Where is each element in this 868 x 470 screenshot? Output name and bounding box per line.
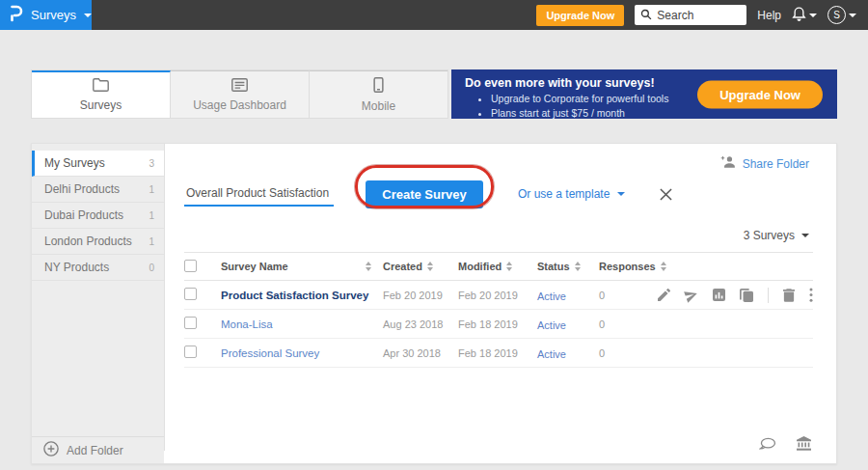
search-icon bbox=[640, 7, 652, 24]
responses-count: 0 bbox=[585, 290, 655, 301]
status-link[interactable]: Active bbox=[537, 319, 566, 331]
copy-icon[interactable] bbox=[740, 289, 753, 302]
surveys-main: Share Folder Create Survey Or use a temp… bbox=[165, 144, 836, 463]
brand-menu[interactable]: Surveys bbox=[0, 0, 92, 30]
folder-label: London Products bbox=[44, 235, 149, 248]
folder-count: 1 bbox=[149, 210, 154, 221]
add-folder-label: Add Folder bbox=[67, 444, 123, 457]
column-header-responses[interactable]: Responses bbox=[599, 261, 656, 272]
upgrade-now-banner-button[interactable]: Upgrade Now bbox=[697, 80, 823, 108]
sort-icon[interactable] bbox=[575, 262, 581, 271]
table-row: Product Satisfaction Survey Feb 20 2019 … bbox=[184, 281, 813, 310]
row-checkbox[interactable] bbox=[184, 346, 197, 358]
created-date: Feb 20 2019 bbox=[383, 290, 458, 301]
top-bar: Surveys Upgrade Now Help S bbox=[0, 0, 868, 30]
row-checkbox[interactable] bbox=[184, 288, 197, 300]
column-header-survey-name[interactable]: Survey Name bbox=[221, 261, 288, 272]
plus-circle-icon bbox=[43, 441, 59, 459]
app-logo-icon bbox=[10, 5, 23, 26]
table-row: Mona-Lisa Aug 23 2018 Feb 18 2019 Active… bbox=[184, 310, 813, 339]
help-link[interactable]: Help bbox=[757, 9, 781, 22]
tab-usage-dashboard[interactable]: Usage Dashboard bbox=[171, 70, 310, 118]
chevron-down-icon bbox=[849, 14, 856, 17]
sort-icon[interactable] bbox=[427, 262, 433, 271]
table-header-row: Survey Name Created Modified Status Resp… bbox=[184, 252, 813, 281]
column-header-status[interactable]: Status bbox=[537, 261, 570, 272]
chevron-down-icon bbox=[84, 14, 92, 17]
account-menu[interactable]: S bbox=[827, 6, 856, 24]
more-options-icon[interactable] bbox=[809, 288, 813, 302]
chevron-down-icon bbox=[801, 234, 809, 237]
feedback-bubble-icon[interactable] bbox=[759, 437, 776, 451]
status-link[interactable]: Active bbox=[537, 348, 566, 360]
folder-icon bbox=[93, 78, 109, 95]
search-input[interactable] bbox=[657, 9, 741, 22]
folders-sidebar: My Surveys 3 Delhi Products 1 Dubai Prod… bbox=[32, 144, 165, 451]
folder-count: 3 bbox=[149, 158, 154, 169]
create-survey-row: Create Survey Or use a template bbox=[184, 173, 817, 215]
close-create-button[interactable] bbox=[660, 188, 672, 201]
surveys-count-dropdown[interactable]: 3 Surveys bbox=[744, 229, 809, 242]
tab-label: Surveys bbox=[80, 98, 122, 112]
add-folder-button[interactable]: Add Folder bbox=[32, 436, 164, 463]
folder-count: 1 bbox=[149, 184, 154, 195]
responses-count: 0 bbox=[585, 347, 655, 359]
select-all-checkbox[interactable] bbox=[184, 260, 197, 272]
sidebar-item-london-products[interactable]: London Products 1 bbox=[32, 229, 164, 255]
topbar-actions: Upgrade Now Help S bbox=[536, 5, 868, 26]
add-person-icon bbox=[719, 155, 736, 172]
surveys-panel: My Surveys 3 Delhi Products 1 Dubai Prod… bbox=[31, 143, 837, 464]
share-folder-link[interactable]: Share Folder bbox=[719, 155, 809, 172]
sort-icon[interactable] bbox=[506, 262, 512, 271]
responses-count: 0 bbox=[585, 318, 655, 330]
folder-label: Delhi Products bbox=[44, 182, 149, 196]
modified-date: Feb 20 2019 bbox=[458, 290, 537, 301]
distribute-send-icon[interactable] bbox=[685, 289, 698, 302]
brand-label: Surveys bbox=[31, 8, 76, 22]
edit-pencil-icon[interactable] bbox=[658, 289, 670, 301]
survey-name-link[interactable]: Professional Survey bbox=[221, 347, 319, 359]
survey-name-link[interactable]: Mona-Lisa bbox=[221, 318, 273, 330]
tab-surveys[interactable]: Surveys bbox=[32, 70, 171, 118]
dashboard-icon bbox=[231, 78, 248, 95]
surveys-table: Survey Name Created Modified Status Resp… bbox=[184, 252, 813, 368]
folder-count: 0 bbox=[149, 263, 154, 273]
share-folder-label: Share Folder bbox=[743, 157, 809, 171]
column-header-modified[interactable]: Modified bbox=[458, 261, 502, 272]
surveys-page: { "topbar": { "brand": "Surveys", "upgra… bbox=[0, 0, 868, 470]
folder-count: 1 bbox=[149, 236, 154, 247]
row-checkbox[interactable] bbox=[184, 317, 197, 329]
surveys-count-label: 3 Surveys bbox=[744, 229, 795, 242]
reports-chart-icon[interactable] bbox=[713, 289, 725, 301]
upgrade-now-topbar-button[interactable]: Upgrade Now bbox=[536, 5, 624, 26]
sidebar-item-dubai-products[interactable]: Dubai Products 1 bbox=[32, 203, 164, 229]
sidebar-item-ny-products[interactable]: NY Products 0 bbox=[32, 255, 164, 281]
chevron-down-icon bbox=[617, 192, 625, 196]
notifications-menu[interactable] bbox=[792, 6, 817, 25]
sort-icon[interactable] bbox=[366, 262, 371, 271]
bank-archive-icon[interactable] bbox=[797, 436, 811, 451]
create-survey-button[interactable]: Create Survey bbox=[366, 180, 483, 208]
chevron-down-icon bbox=[809, 14, 817, 17]
tab-label: Usage Dashboard bbox=[193, 98, 286, 112]
sidebar-item-delhi-products[interactable]: Delhi Products 1 bbox=[32, 177, 164, 203]
upgrade-promo-banner: Do even more with your surveys! Upgrade … bbox=[451, 69, 837, 119]
folder-label: NY Products bbox=[44, 261, 149, 274]
panel-footer-icons bbox=[759, 436, 811, 451]
sort-icon[interactable] bbox=[661, 262, 666, 271]
survey-name-link[interactable]: Product Satisfaction Survey bbox=[221, 290, 368, 301]
search-box[interactable] bbox=[635, 5, 746, 25]
modified-date: Feb 18 2019 bbox=[458, 318, 537, 330]
sidebar-item-my-surveys[interactable]: My Surveys 3 bbox=[32, 151, 164, 177]
new-survey-name-input[interactable] bbox=[184, 181, 334, 207]
tab-label: Mobile bbox=[362, 99, 395, 113]
column-header-created[interactable]: Created bbox=[383, 261, 422, 272]
tab-mobile[interactable]: Mobile bbox=[310, 70, 448, 118]
mobile-phone-icon bbox=[373, 77, 384, 96]
bell-icon bbox=[792, 6, 806, 25]
status-link[interactable]: Active bbox=[537, 290, 566, 302]
delete-trash-icon[interactable] bbox=[783, 289, 795, 302]
banner-bullet: Plans start at just $75 / month bbox=[491, 106, 824, 121]
use-template-link[interactable]: Or use a template bbox=[518, 187, 625, 201]
created-date: Apr 30 2018 bbox=[383, 347, 458, 359]
